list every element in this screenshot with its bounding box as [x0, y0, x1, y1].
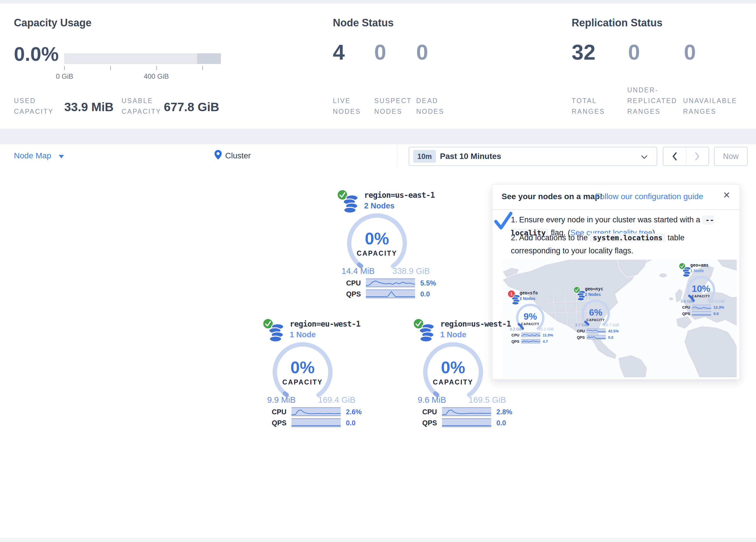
capacity-word: CAPACITY	[580, 318, 611, 322]
live-nodes-count: 4	[333, 42, 345, 63]
time-step-buttons	[663, 147, 709, 166]
total-capacity: 65.7 GiB	[604, 323, 619, 327]
capacity-word: CAPACITY	[270, 379, 335, 386]
cpu-value: 5.5%	[420, 279, 436, 287]
cpu-sparkline	[442, 407, 491, 416]
now-button[interactable]: Now	[714, 147, 748, 166]
time-forward-button[interactable]	[686, 147, 709, 165]
popup-step-2: 2.Add locations to the system.locations …	[511, 231, 733, 257]
under-replicated-label: UNDER-REPLICATEDRANGES	[627, 85, 677, 117]
cpu-sparkline	[521, 333, 540, 337]
used-capacity-label: USEDCAPACITY	[14, 95, 54, 117]
used-capacity: 9.9 MiB	[267, 395, 296, 405]
capacity-word: CAPACITY	[421, 379, 486, 386]
chevron-left-icon	[673, 153, 676, 160]
system-locations-code: system.locations	[590, 233, 665, 242]
cpu-value: 2.6%	[346, 408, 362, 416]
suspect-nodes-count: 0	[374, 42, 386, 63]
region-nodes-link[interactable]: 1 Node	[290, 330, 316, 339]
toolbar-divider	[397, 144, 397, 168]
qps-label: QPS	[682, 312, 690, 316]
dead-nodes-label: DEADNODES	[416, 95, 444, 117]
cluster-summary-bar: Capacity Usage 0.0% 0 GiB 400 GiB USEDCA…	[0, 3, 756, 129]
cpu-value: 2.8%	[496, 408, 512, 416]
breadcrumb-cluster[interactable]: Cluster	[225, 151, 251, 160]
total-ranges-count: 32	[572, 42, 595, 63]
popup-title: See your nodes on a map!	[502, 192, 603, 201]
capacity-percent: 10%	[686, 284, 716, 294]
geo-locality-label: geo=nyc	[585, 287, 603, 292]
capacity-percent: 9%	[515, 311, 546, 322]
configuration-guide-link[interactable]: Follow our configuration guide	[595, 192, 703, 201]
capacity-word: CAPACITY	[344, 249, 410, 257]
cpu-label: CPU	[272, 408, 287, 416]
geo-nodes-link[interactable]: 2 Nodes	[520, 296, 535, 301]
used-capacity: 9.6 MiB	[418, 395, 446, 405]
total-capacity: 35.1 GiB	[538, 327, 554, 331]
capacity-percent: 0%	[270, 358, 335, 377]
geo-nodes-link[interactable]: 2 Nodes	[585, 292, 601, 297]
unavailable-ranges-count: 0	[684, 42, 696, 63]
geo-locality-label: geo=ams	[690, 262, 709, 268]
cpu-sparkline	[291, 407, 341, 416]
unavailable-ranges-label: UNAVAILABLERANGES	[683, 95, 737, 117]
cpu-sparkline	[366, 279, 415, 287]
dead-nodes-count: 0	[416, 42, 428, 63]
total-capacity: 169.4 GiB	[318, 395, 355, 405]
capacity-word: CAPACITY	[515, 322, 546, 326]
cpu-sparkline	[692, 305, 711, 309]
time-range-badge: 10m	[413, 150, 436, 163]
region-nodes-link[interactable]: 2 Nodes	[364, 201, 394, 210]
cpu-label: CPU	[577, 329, 585, 333]
capacity-word: CAPACITY	[686, 295, 716, 298]
region-node-eu-west-1[interactable]: region=eu-west-1 1 Node 0% CAPACITY 9.9 …	[261, 317, 363, 431]
capacity-tick-label-400: 400 GiB	[136, 72, 177, 80]
cpu-label: CPU	[346, 279, 361, 287]
view-selector-node-map[interactable]: Node Map	[14, 151, 51, 160]
used-capacity: 14.4 MiB	[342, 266, 375, 276]
geo-nodes-link[interactable]: 1 Node	[690, 268, 704, 273]
live-nodes-label: LIVENODES	[333, 95, 361, 117]
geo-node-ams[interactable]: geo=ams 1 Node 10% CAPACITY 3.6 GiB 34.4…	[678, 262, 726, 317]
node-status-title: Node Status	[333, 17, 394, 29]
qps-sparkline	[366, 290, 415, 298]
total-capacity: 338.9 GiB	[392, 266, 430, 276]
chevron-down-icon	[641, 155, 647, 160]
chevron-down-icon	[59, 155, 64, 158]
qps-label: QPS	[346, 290, 361, 298]
total-capacity: 34.4 GiB	[709, 299, 724, 304]
geo-node-nyc[interactable]: geo=nyc 2 Nodes 6% CAPACITY 3.7 GiB 65.7…	[573, 286, 621, 341]
close-icon[interactable]: ×	[723, 189, 730, 201]
used-capacity: 3.6 GiB	[680, 299, 693, 304]
qps-value: 0.0	[346, 419, 355, 427]
qps-label: QPS	[577, 335, 585, 340]
qps-sparkline	[587, 335, 606, 339]
total-ranges-label: TOTALRANGES	[572, 95, 605, 117]
qps-value: 0.0	[713, 312, 719, 316]
map-toolbar: Node Map Cluster 10m Past 10 Minutes Now	[0, 144, 756, 168]
cpu-label: CPU	[682, 305, 690, 310]
suspect-nodes-label: SUSPECTNODES	[374, 95, 412, 117]
page-bottom-strip	[0, 538, 756, 542]
time-range-dropdown[interactable]: 10m Past 10 Minutes	[409, 147, 657, 166]
total-capacity: 169.5 GiB	[469, 395, 506, 405]
capacity-tick	[110, 66, 111, 70]
region-node-us-east-1[interactable]: region=us-east-1 2 Nodes 0% CAPACITY 14.…	[336, 187, 437, 302]
geo-node-sfo[interactable]: 1 geo=sfo 2 Nodes 9% CAPACITY 3.2 GiB 35…	[507, 290, 555, 345]
capacity-percent: 6%	[580, 307, 611, 318]
capacity-tick	[64, 66, 65, 70]
nodes-on-map-popup: See your nodes on a map! Follow our conf…	[492, 184, 740, 380]
capacity-percent: 0%	[421, 358, 486, 377]
qps-sparkline	[442, 418, 491, 427]
cpu-value: 12.3%	[713, 305, 724, 310]
time-back-button[interactable]	[663, 147, 686, 165]
chevron-right-icon	[696, 153, 699, 160]
capacity-percent: 0%	[344, 229, 410, 248]
world-map-preview: 1 geo=sfo 2 Nodes 9% CAPACITY 3.2 GiB 35…	[502, 259, 737, 378]
blue-check-icon	[494, 212, 513, 231]
region-nodes-link[interactable]: 1 Node	[440, 330, 466, 339]
region-node-us-west-1[interactable]: region=us-west-1 1 Node 0% CAPACITY 9.6 …	[412, 317, 513, 431]
capacity-tick-label-0: 0 GiB	[44, 72, 85, 80]
replication-status-title: Replication Status	[572, 17, 663, 29]
qps-sparkline	[692, 311, 711, 316]
